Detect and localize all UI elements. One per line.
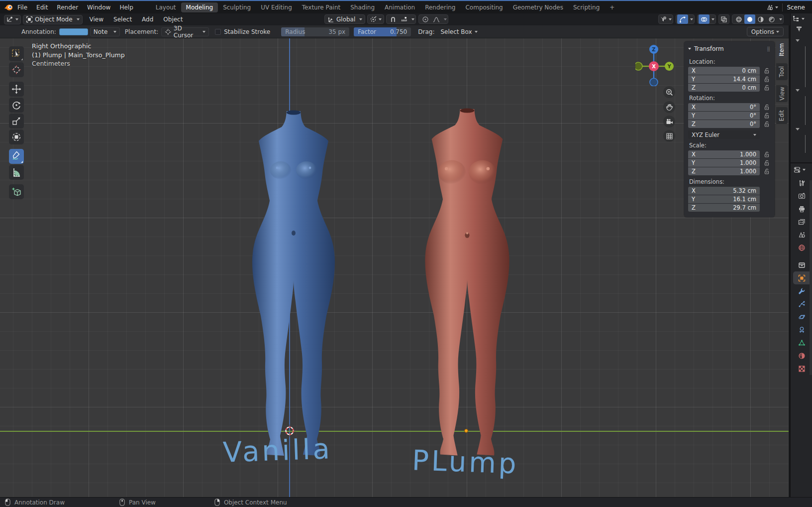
- navigation-gizmo[interactable]: Z Y X: [635, 40, 675, 86]
- tab-geometry-nodes[interactable]: Geometry Nodes: [508, 2, 568, 12]
- scene-selector[interactable]: Scene: [766, 1, 812, 13]
- shading-solid-button[interactable]: [744, 14, 755, 24]
- tab-rendering[interactable]: Rendering: [420, 2, 460, 12]
- menu-edit[interactable]: Edit: [32, 4, 52, 11]
- properties-tab-output[interactable]: [793, 202, 810, 215]
- factor-slider[interactable]: Factor 0.750: [354, 27, 411, 36]
- tab-animation[interactable]: Animation: [380, 2, 420, 12]
- lock-icon[interactable]: [763, 168, 771, 175]
- mode-selector[interactable]: Object Mode: [23, 15, 83, 24]
- lock-icon[interactable]: [763, 104, 771, 111]
- model-plump[interactable]: [380, 109, 555, 456]
- model-vanilla[interactable]: g[fill="url(#gradBlue)"] .armstroke{stro…: [208, 111, 379, 456]
- properties-tab-physics[interactable]: [793, 310, 810, 323]
- blender-logo-icon[interactable]: [4, 4, 13, 11]
- placement-dropdown[interactable]: 3D Cursor: [161, 27, 209, 36]
- outliner-row-collapsed[interactable]: [796, 39, 800, 42]
- tab-scripting[interactable]: Scripting: [568, 2, 605, 12]
- properties-tab-modifiers[interactable]: [793, 284, 810, 297]
- outliner-row-collapsed[interactable]: [796, 89, 800, 92]
- toggle-view-button[interactable]: [663, 130, 675, 142]
- annotation-color-swatch[interactable]: [59, 28, 88, 35]
- properties-tab-scene[interactable]: [793, 228, 810, 241]
- lock-icon[interactable]: [763, 112, 771, 119]
- xray-toggle[interactable]: [718, 14, 729, 24]
- annotation-layer-dropdown[interactable]: Note: [90, 27, 120, 36]
- show-gizmo-toggle[interactable]: [677, 14, 688, 24]
- lock-icon[interactable]: [763, 76, 771, 83]
- proportional-editing-toggle[interactable]: [420, 14, 431, 24]
- menu-add[interactable]: Add: [137, 16, 158, 23]
- menu-help[interactable]: Help: [115, 4, 137, 11]
- rotation-y-field[interactable]: Y0°: [688, 112, 760, 120]
- menu-render[interactable]: Render: [52, 4, 83, 11]
- transform-orientation-selector[interactable]: Global: [324, 14, 365, 24]
- outliner-filter[interactable]: [791, 23, 812, 32]
- location-z-field[interactable]: Z0 cm: [688, 84, 760, 92]
- properties-tab-constraints[interactable]: [793, 323, 810, 336]
- tab-texture-paint[interactable]: Texture Paint: [297, 2, 345, 12]
- tab-sculpting[interactable]: Sculpting: [218, 2, 256, 12]
- snap-toggle[interactable]: [388, 14, 399, 24]
- tab-layout[interactable]: Layout: [151, 2, 181, 12]
- tab-uv-editing[interactable]: UV Editing: [256, 2, 297, 12]
- properties-tab-texture[interactable]: [793, 362, 810, 375]
- show-overlays-toggle[interactable]: [699, 14, 710, 24]
- properties-editor-icon[interactable]: [794, 166, 801, 173]
- gizmo-z-neg-axis[interactable]: [650, 78, 658, 86]
- zoom-button[interactable]: [663, 86, 675, 98]
- properties-tab-material[interactable]: [793, 349, 810, 362]
- menu-select[interactable]: Select: [108, 16, 137, 23]
- menu-view[interactable]: View: [85, 16, 108, 23]
- scale-x-field[interactable]: X1.000: [688, 150, 760, 158]
- gizmo-y-neg-axis[interactable]: [635, 62, 642, 70]
- pan-button[interactable]: [663, 101, 675, 113]
- radius-slider[interactable]: Radius 35 px: [281, 27, 349, 36]
- tab-tool[interactable]: Tool: [776, 63, 788, 80]
- dimensions-x-field[interactable]: X5.32 cm: [688, 187, 760, 195]
- scale-y-field[interactable]: Y1.000: [688, 159, 760, 167]
- properties-tab-particles[interactable]: [793, 297, 810, 310]
- location-y-field[interactable]: Y14.4 cm: [688, 75, 760, 83]
- tool-move[interactable]: [9, 82, 24, 97]
- lock-icon[interactable]: [763, 151, 771, 158]
- snap-target-button[interactable]: [399, 14, 409, 24]
- menu-object[interactable]: Object: [158, 16, 188, 23]
- rotation-mode-dropdown[interactable]: XYZ Euler: [688, 130, 760, 139]
- tool-scale[interactable]: [9, 114, 24, 128]
- tool-transform[interactable]: [9, 129, 24, 144]
- pivot-point-selector[interactable]: [367, 14, 384, 24]
- object-origin-dot[interactable]: [465, 429, 468, 433]
- properties-tab-view-layer[interactable]: [793, 215, 810, 228]
- shading-material-button[interactable]: [755, 14, 766, 24]
- scale-z-field[interactable]: Z1.000: [688, 167, 760, 175]
- shading-rendered-button[interactable]: [766, 14, 777, 24]
- tab-item[interactable]: Item: [776, 41, 788, 58]
- outliner-editor-icon[interactable]: [793, 15, 800, 22]
- properties-tab-tool[interactable]: [793, 176, 810, 189]
- tab-edit[interactable]: Edit: [776, 107, 788, 124]
- tab-modeling[interactable]: Modeling: [181, 2, 218, 12]
- falloff-curve-button[interactable]: [431, 14, 442, 24]
- tool-measure[interactable]: [9, 165, 24, 180]
- properties-tab-object-data[interactable]: [793, 336, 810, 349]
- tool-rotate[interactable]: [9, 98, 24, 113]
- lock-icon[interactable]: [763, 67, 771, 74]
- visibility-group[interactable]: [658, 14, 673, 24]
- properties-tab-render[interactable]: [793, 189, 810, 202]
- rotation-z-field[interactable]: Z0°: [688, 120, 760, 128]
- scene-name[interactable]: Scene: [787, 4, 805, 11]
- tab-shading[interactable]: Shading: [345, 2, 380, 12]
- properties-tab-world[interactable]: [793, 241, 810, 254]
- tool-annotate[interactable]: [9, 149, 24, 164]
- stabilize-stroke-checkbox[interactable]: [215, 29, 221, 35]
- properties-tab-object[interactable]: [793, 271, 810, 284]
- add-workspace-button[interactable]: +: [605, 2, 619, 12]
- panel-grip[interactable]: ⣿: [767, 46, 771, 51]
- location-x-field[interactable]: X0 cm: [688, 67, 760, 75]
- dimensions-y-field[interactable]: Y16.1 cm: [688, 195, 760, 203]
- camera-view-button[interactable]: [663, 116, 675, 127]
- drag-dropdown[interactable]: Select Box: [437, 27, 480, 36]
- dimensions-z-field[interactable]: Z29.7 cm: [688, 204, 760, 212]
- tab-view[interactable]: View: [776, 85, 788, 102]
